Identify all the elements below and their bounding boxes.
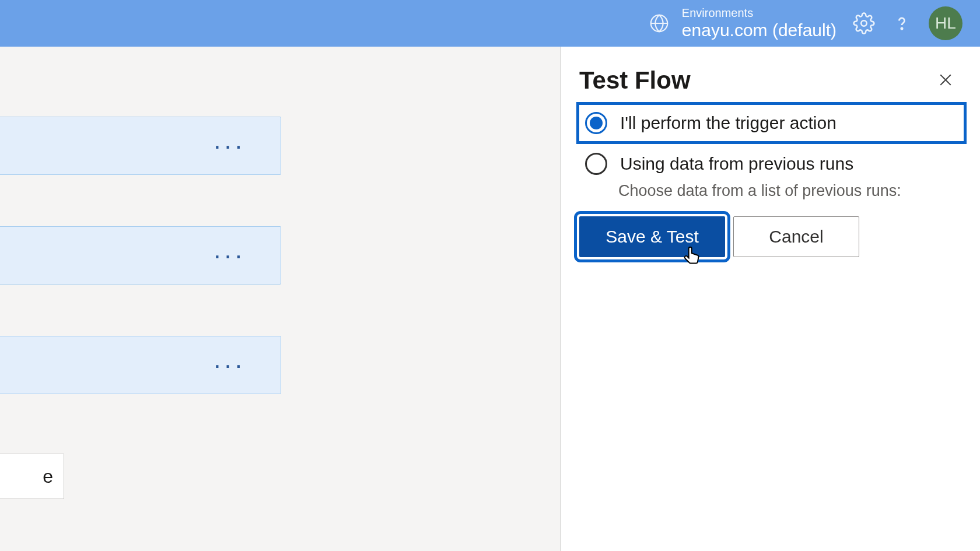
app-header: Environments enayu.com (default) HL: [0, 0, 980, 47]
radio-option-manual[interactable]: I'll perform the trigger action: [579, 105, 964, 141]
environment-name: enayu.com (default): [682, 20, 836, 41]
close-icon[interactable]: [935, 69, 957, 91]
flow-step-card[interactable]: ···: [0, 336, 281, 394]
flow-step-card[interactable]: ···: [0, 226, 281, 285]
value-text: e: [43, 466, 53, 487]
environment-picker[interactable]: Environments enayu.com (default): [648, 6, 836, 41]
globe-icon: [648, 12, 670, 34]
radio-label: I'll perform the trigger action: [620, 113, 836, 133]
flow-step-card[interactable]: ···: [0, 117, 281, 175]
avatar-initials: HL: [935, 14, 956, 33]
radio-icon: [585, 112, 607, 134]
svg-point-2: [901, 28, 902, 29]
radio-icon: [585, 153, 607, 175]
test-flow-panel: Test Flow I'll perform the trigger actio…: [560, 47, 980, 551]
value-input[interactable]: e: [0, 454, 64, 499]
save-and-test-button[interactable]: Save & Test: [579, 216, 725, 257]
environment-label: Environments: [682, 6, 836, 20]
svg-point-1: [861, 20, 867, 26]
help-icon[interactable]: [891, 13, 912, 34]
cancel-button[interactable]: Cancel: [733, 216, 859, 257]
radio-desc-previous: Choose data from a list of previous runs…: [579, 182, 964, 210]
panel-title: Test Flow: [579, 66, 964, 94]
avatar[interactable]: HL: [929, 6, 963, 40]
flow-canvas: ··· ··· ··· e: [0, 47, 560, 551]
gear-icon[interactable]: [853, 12, 875, 34]
radio-label: Using data from previous runs: [620, 154, 853, 174]
radio-option-previous-runs[interactable]: Using data from previous runs: [579, 146, 964, 182]
